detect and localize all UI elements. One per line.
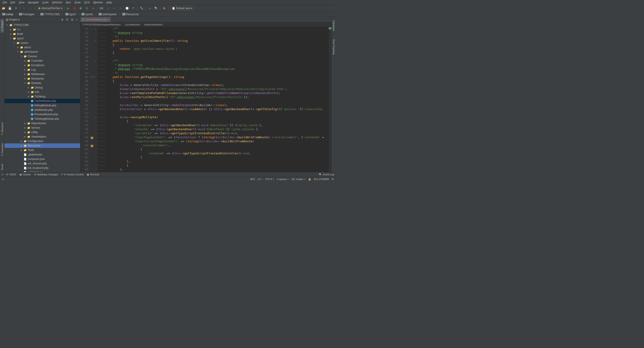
caret-position[interactable]: 96:6 <box>250 178 255 180</box>
menu-run[interactable]: Run <box>64 1 72 5</box>
open-icon[interactable]: 📂 <box>1 6 6 11</box>
editor-breadcrumb-item[interactable]: initializeModule() <box>144 23 163 26</box>
tree-folder[interactable]: ▶📁TsDebug <box>4 94 80 99</box>
menu-navigate[interactable]: Navigate <box>26 1 40 5</box>
docker-tab[interactable]: 🐳Docker <box>19 173 31 176</box>
line-separator[interactable]: LF ÷ <box>258 178 263 180</box>
db-changes-tab[interactable]: ⛁Database Changes <box>34 173 58 176</box>
run-config-dropdown[interactable]: ⬣ AbstractFileTest ▾ <box>36 6 64 11</box>
tree-folder[interactable]: ▼📁Modules <box>4 81 80 85</box>
editor-tab[interactable]: C CacheModule.php × <box>80 17 111 22</box>
bottom-menu-icon[interactable]: ≡ <box>2 173 3 176</box>
tree-file[interactable]: 📄LICENSE.txt <box>4 170 80 172</box>
forward-icon[interactable]: → <box>28 6 33 11</box>
breadcrumb-item[interactable]: Packages <box>18 13 36 16</box>
vcs-tab[interactable]: ↱9: Version Control <box>61 173 84 176</box>
structure-icon[interactable]: ⊞ <box>162 6 167 11</box>
tree-file[interactable]: CDebugModule.php <box>4 103 80 108</box>
menu-edit[interactable]: Edit <box>9 1 17 5</box>
menu-refactor[interactable]: Refactor <box>50 1 64 5</box>
tree-file[interactable]: CCacheModule.php <box>4 99 80 103</box>
hide-icon[interactable]: — <box>75 18 79 21</box>
grunt-tool-tab[interactable]: Grunt <box>0 162 4 172</box>
tree-folder[interactable]: ▶📁Exceptions <box>4 63 80 68</box>
save-icon[interactable]: 💾 <box>7 6 12 11</box>
tree-folder[interactable]: ▶📁about <box>4 45 80 50</box>
tree-folder[interactable]: ▶📁Debug <box>4 85 80 90</box>
build-icon[interactable]: 🔧 <box>139 6 144 11</box>
menu-window[interactable]: Window <box>92 1 105 5</box>
history-icon[interactable]: 🕐 <box>124 6 130 11</box>
locate-icon[interactable]: ⊕ <box>60 18 64 21</box>
memory-indicator[interactable]: 421 of 8080M <box>314 178 329 180</box>
tree-folder[interactable]: ▶📁bin <box>4 27 80 32</box>
tree-file[interactable]: 📄ext_emconf.php <box>4 161 80 166</box>
tree-folder[interactable]: ▶📁Configuration <box>4 139 80 143</box>
settings-icon[interactable]: ⚙ <box>70 18 74 21</box>
tree-file[interactable]: CTsDebugModule.php <box>4 117 80 121</box>
tree-folder[interactable]: ▶📁Utility <box>4 130 80 134</box>
breadcrumb-item[interactable]: Resources <box>122 13 140 16</box>
tree-folder[interactable]: ▶📁ViewHelpers <box>4 134 80 139</box>
tree-folder[interactable]: ▶📁ModuleApi <box>4 76 80 81</box>
git-branch[interactable]: Git: master ÷ <box>292 178 306 180</box>
menu-file[interactable]: File <box>1 1 9 5</box>
code-editor[interactable]: 3132333435363738394041424344454647484950… <box>80 27 331 172</box>
commit-icon[interactable]: ✓ <box>112 6 117 11</box>
tree-folder[interactable]: ▶📁Build <box>4 32 80 36</box>
debug-icon[interactable]: 🐞 <box>72 6 77 11</box>
tree-folder[interactable]: ▼📁typo3 <box>4 36 80 41</box>
fold-gutter[interactable]: ⊟⊟⊟⊟⊟ <box>94 27 98 172</box>
tree-folder[interactable]: ▶📁Middleware <box>4 72 80 76</box>
favorites-tool-tab[interactable]: 2: Favorites <box>0 141 4 158</box>
task-dropdown[interactable]: 📋 Default task ▾ <box>170 6 194 11</box>
timetracking-tool-tab[interactable]: Time Tracking <box>332 37 336 56</box>
tree-folder[interactable]: ▼📁Classes <box>4 54 80 59</box>
tree-file[interactable]: CPreviewModule.php <box>4 112 80 117</box>
collapse-icon[interactable]: ⇵ <box>66 18 69 21</box>
terminal-tab[interactable]: ▣Terminal <box>87 173 99 176</box>
code-content[interactable]: ···· /**···· * @return string···· */····… <box>98 27 329 172</box>
event-log-tab[interactable]: 🔍Event Log <box>319 173 334 176</box>
editor-breadcrumb-item[interactable]: CacheModule <box>125 23 140 26</box>
tree-folder[interactable]: ▶📁Tests <box>4 148 80 152</box>
encoding[interactable]: UTF-8 ÷ <box>265 178 274 180</box>
tree-file[interactable]: 📄composer.json <box>4 157 80 161</box>
window-icon[interactable]: ▭ <box>2 178 4 181</box>
search-icon[interactable]: 🔍 <box>153 6 159 11</box>
todo-tab[interactable]: 6: TODO <box>6 173 16 176</box>
close-tab-icon[interactable]: × <box>108 18 109 21</box>
database-tool-tab[interactable]: Database <box>332 19 336 33</box>
project-tree[interactable]: ▼📁TYPO3.CMS▶📁bin▶📁Build▼📁typo3▼📁sysext▶📁… <box>4 22 80 172</box>
editor-breadcrumb[interactable]: \TYPO3\CMS\Adminpanel\Modules〉CacheModul… <box>80 22 331 27</box>
tree-file[interactable]: CInfoModule.php <box>4 108 80 112</box>
menu-vcs[interactable]: VCS <box>82 1 92 5</box>
sync-icon[interactable]: ⟳ <box>14 6 19 11</box>
editor-icon[interactable]: ▭ <box>147 6 152 11</box>
tree-folder[interactable]: ▶📁Resources <box>4 143 80 148</box>
coverage-icon[interactable]: ⬢ <box>78 6 83 11</box>
breadcrumb-item[interactable]: comp <box>1 13 14 16</box>
project-tool-tab[interactable]: 1: Project <box>0 19 4 33</box>
tree-folder[interactable]: ▶📁Repositories <box>4 121 80 126</box>
breadcrumb-item[interactable]: TYPO3.CMS <box>40 13 60 16</box>
revert-icon[interactable]: ↶ <box>130 6 136 11</box>
profile-icon[interactable]: ⊙ <box>84 6 90 11</box>
tree-folder[interactable]: ▼📁sysext <box>4 41 80 45</box>
menu-code[interactable]: Code <box>40 1 50 5</box>
error-stripe[interactable] <box>329 27 331 172</box>
menu-help[interactable]: Help <box>105 1 114 5</box>
update-icon[interactable]: ↙ <box>106 6 111 11</box>
breadcrumb-item[interactable]: adminpanel <box>98 13 117 16</box>
editor-breadcrumb-item[interactable]: \TYPO3\CMS\Adminpanel\Modules <box>82 23 120 26</box>
tree-folder[interactable]: ▼📁adminpanel <box>4 50 80 54</box>
menu-tools[interactable]: Tools <box>72 1 82 5</box>
tree-folder[interactable]: ▶📁Log <box>4 68 80 72</box>
back-icon[interactable]: ← <box>22 6 27 11</box>
tree-file[interactable]: 📄.gitattributes <box>4 152 80 157</box>
indent[interactable]: 4 spaces ÷ <box>277 178 289 180</box>
stop-icon[interactable]: ■ <box>90 6 96 11</box>
tree-folder[interactable]: ▶📁Service <box>4 126 80 130</box>
breadcrumb-item[interactable]: typo3 <box>64 13 76 16</box>
tree-folder[interactable]: ▼📁TYPO3.CMS <box>4 23 80 27</box>
